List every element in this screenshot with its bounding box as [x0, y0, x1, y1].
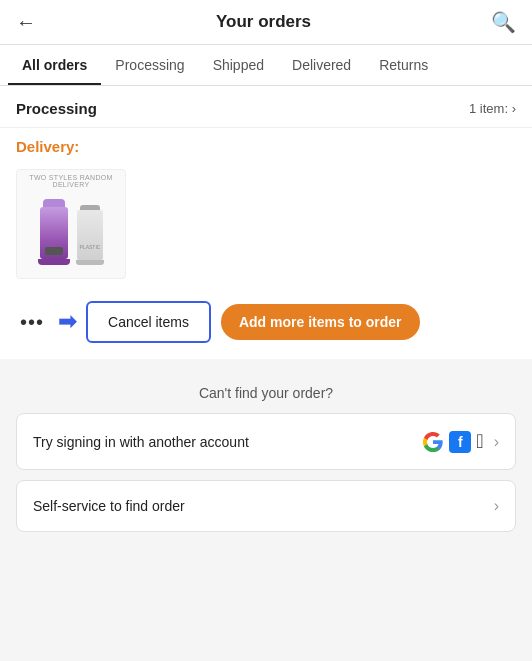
- cup-base: [76, 260, 104, 265]
- self-service-chevron: ›: [494, 497, 499, 515]
- add-items-button[interactable]: Add more items to order: [221, 304, 420, 340]
- cant-find-section: Can't find your order? Try signing in wi…: [0, 367, 532, 554]
- arrow-icon: ➡: [58, 309, 76, 335]
- tab-delivered[interactable]: Delivered: [278, 45, 365, 85]
- order-status: Processing: [16, 100, 97, 117]
- order-section: Processing 1 item: › Delivery: TWO STYLE…: [0, 86, 532, 359]
- product-area: TWO STYLES RANDOM DELIVERY PLASTIC: [0, 161, 532, 291]
- cant-find-text: Can't find your order?: [16, 385, 516, 401]
- google-icon: [422, 431, 444, 453]
- self-service-label: Self-service to find order: [33, 498, 185, 514]
- self-service-right: ›: [490, 497, 499, 515]
- back-button[interactable]: ←: [16, 11, 36, 34]
- tabs-bar: All orders Processing Shipped Delivered …: [0, 45, 532, 86]
- order-item-count: 1 item: ›: [469, 101, 516, 116]
- product-image[interactable]: TWO STYLES RANDOM DELIVERY PLASTIC: [16, 169, 126, 279]
- search-icon[interactable]: 🔍: [491, 10, 516, 34]
- header-title: Your orders: [216, 12, 311, 32]
- sign-in-option-card[interactable]: Try signing in with another account f : [16, 413, 516, 470]
- blender-top: [43, 199, 65, 207]
- blender-base: [38, 259, 70, 265]
- sign-in-label: Try signing in with another account: [33, 434, 249, 450]
- blender-body: [40, 207, 68, 259]
- cancel-items-button[interactable]: Cancel items: [90, 305, 207, 339]
- cancel-btn-wrapper: Cancel items: [86, 301, 211, 343]
- order-meta: 1 item: ›: [469, 101, 516, 116]
- self-service-option-card[interactable]: Self-service to find order ›: [16, 480, 516, 532]
- order-header[interactable]: Processing 1 item: ›: [0, 86, 532, 128]
- header: ← Your orders 🔍: [0, 0, 532, 45]
- cup-body: PLASTIC: [77, 210, 103, 260]
- plastic-label: PLASTIC: [80, 244, 101, 250]
- main-content: Processing 1 item: › Delivery: TWO STYLE…: [0, 86, 532, 554]
- tab-shipped[interactable]: Shipped: [199, 45, 278, 85]
- actions-row: ••• ➡ Cancel items Add more items to ord…: [0, 291, 532, 359]
- more-options-button[interactable]: •••: [16, 307, 48, 338]
- tab-all-orders[interactable]: All orders: [8, 45, 101, 85]
- sign-in-chevron: ›: [494, 433, 499, 451]
- delivery-label: Delivery:: [0, 128, 532, 161]
- sign-in-right: f  ›: [422, 430, 499, 453]
- blender-right: PLASTIC: [76, 205, 104, 265]
- product-illustration: PLASTIC: [38, 183, 104, 265]
- tab-returns[interactable]: Returns: [365, 45, 442, 85]
- tab-processing[interactable]: Processing: [101, 45, 198, 85]
- brand-icons: f : [422, 430, 483, 453]
- apple-icon: : [476, 430, 483, 453]
- product-image-label: TWO STYLES RANDOM DELIVERY: [17, 174, 125, 188]
- facebook-icon: f: [449, 431, 471, 453]
- blender-left: [38, 199, 70, 265]
